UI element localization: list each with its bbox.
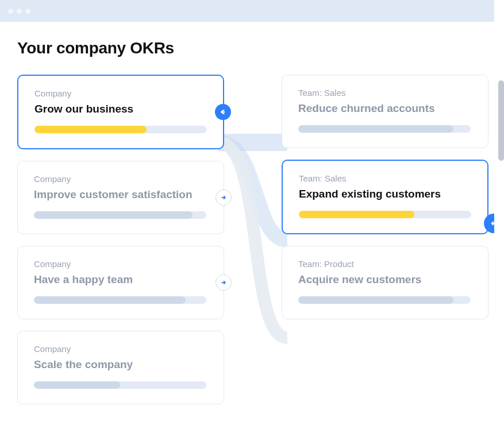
- window-control-dot: [25, 9, 30, 14]
- arrow-left-icon: [489, 219, 494, 228]
- expand-arrow-button[interactable]: [216, 275, 232, 291]
- okr-progress-bar: [299, 211, 471, 218]
- okr-progress-fill: [34, 381, 120, 389]
- arrow-left-icon: [219, 108, 227, 116]
- window-titlebar: [0, 0, 494, 22]
- okr-progress-bar: [34, 126, 207, 133]
- okr-scope-label: Company: [34, 344, 207, 354]
- okr-progress-fill: [34, 126, 147, 133]
- okr-scope-label: Company: [34, 259, 207, 269]
- okr-progress-fill: [298, 296, 453, 304]
- arrow-right-icon: [220, 194, 228, 202]
- okr-card-grow-business[interactable]: Company Grow our business: [17, 75, 224, 149]
- arrow-right-icon: [220, 279, 228, 287]
- expand-arrow-button[interactable]: [216, 190, 232, 206]
- okr-card-happy-team[interactable]: Company Have a happy team: [17, 246, 224, 319]
- okr-card-expand-customers[interactable]: Team: Sales Expand existing customers: [282, 160, 488, 234]
- team-okr-column: Team: Sales Reduce churned accounts Team…: [282, 75, 488, 404]
- collapse-arrow-button[interactable]: [215, 104, 231, 120]
- window-control-dot: [17, 9, 22, 14]
- okr-scope-label: Company: [34, 88, 207, 98]
- okr-progress-fill: [34, 211, 193, 219]
- okr-card-acquire-customers[interactable]: Team: Product Acquire new customers: [282, 246, 488, 319]
- okr-title: Have a happy team: [34, 273, 207, 286]
- okr-scope-label: Team: Sales: [298, 88, 472, 98]
- okr-card-customer-satisfaction[interactable]: Company Improve customer satisfaction: [17, 161, 224, 234]
- okr-progress-fill: [298, 125, 453, 133]
- okr-progress-fill: [299, 211, 414, 218]
- okr-scope-label: Team: Sales: [299, 173, 471, 183]
- okr-title: Improve customer satisfaction: [34, 188, 207, 201]
- okr-progress-bar: [298, 125, 471, 133]
- okr-progress-bar: [34, 211, 206, 219]
- scrollbar-thumb[interactable]: [498, 80, 504, 161]
- okr-scope-label: Team: Product: [298, 259, 472, 269]
- okr-scope-label: Company: [34, 174, 207, 184]
- okr-progress-bar: [34, 296, 206, 304]
- page-title: Your company OKRs: [17, 39, 477, 57]
- okr-progress-bar: [34, 381, 206, 389]
- company-okr-column: Company Grow our business Company Improv…: [17, 75, 224, 404]
- okr-title: Expand existing customers: [299, 188, 471, 200]
- okr-progress-fill: [34, 296, 186, 304]
- okr-title: Reduce churned accounts: [298, 102, 472, 115]
- okr-progress-bar: [298, 296, 471, 304]
- window-control-dot: [8, 9, 13, 14]
- okr-card-reduce-churn[interactable]: Team: Sales Reduce churned accounts: [282, 75, 488, 148]
- okr-card-scale-company[interactable]: Company Scale the company: [17, 331, 224, 404]
- okr-title: Scale the company: [34, 358, 207, 371]
- okr-title: Acquire new customers: [298, 273, 472, 286]
- okr-title: Grow our business: [34, 103, 207, 115]
